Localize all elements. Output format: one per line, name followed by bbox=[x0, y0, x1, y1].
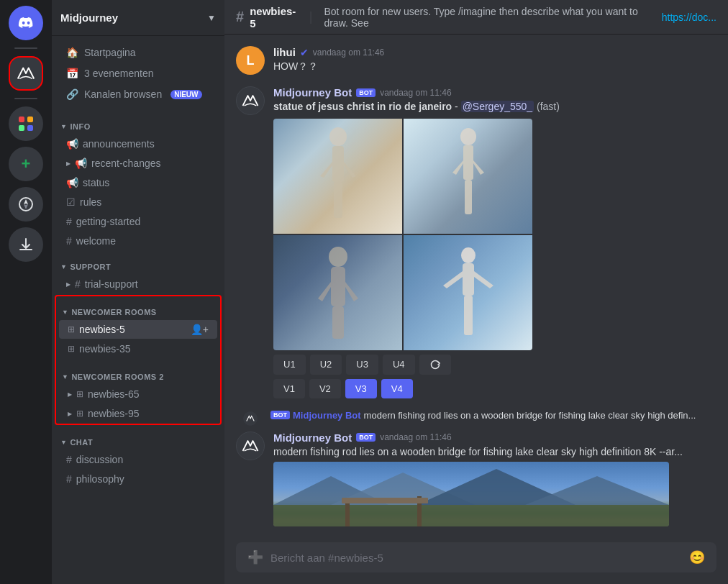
sidebar-link-startpagina[interactable]: 🏠 Startpagina bbox=[58, 42, 219, 63]
section-chat[interactable]: ▼ CHAT bbox=[52, 426, 224, 450]
separator-text: - bbox=[455, 101, 461, 112]
inline-bot-name: Midjourney Bot bbox=[293, 410, 361, 421]
chat-input[interactable] bbox=[270, 552, 682, 564]
button-u4[interactable]: U4 bbox=[383, 355, 415, 375]
button-v3[interactable]: V3 bbox=[345, 379, 377, 398]
svg-point-10 bbox=[460, 128, 476, 145]
bullet-icon: ▶ bbox=[66, 160, 70, 167]
chat-input-box: ➕ 😊 bbox=[236, 542, 716, 572]
channel-trial-support[interactable]: ▶ # trial-support bbox=[58, 275, 219, 293]
message-header-bot-statue: Midjourney Bot BOT vandaag om 11:46 bbox=[273, 86, 716, 99]
channel-rules[interactable]: ☑ rules bbox=[58, 193, 219, 211]
svg-rect-23 bbox=[273, 505, 669, 526]
svg-marker-22 bbox=[525, 476, 669, 505]
emoji-icon[interactable]: 😊 bbox=[689, 549, 705, 565]
channel-philosophy[interactable]: # philosophy bbox=[58, 470, 219, 488]
add-file-icon[interactable]: ➕ bbox=[247, 549, 263, 565]
server-icon-midjourney[interactable] bbox=[9, 56, 43, 91]
chat-header: # newbies-5 | Bot room for new users. Ty… bbox=[224, 0, 728, 35]
bold-text: statue of jesus christ in rio de janeiro bbox=[273, 101, 452, 112]
svg-point-13 bbox=[329, 247, 347, 267]
username-lihui: lihui bbox=[273, 46, 296, 58]
section-support[interactable]: ▼ SUPPORT bbox=[52, 251, 224, 274]
button-u1[interactable]: U1 bbox=[273, 355, 306, 375]
channel-newbies-95[interactable]: ▶ ⊞ newbies-95 bbox=[59, 404, 217, 423]
channel-newbies-65[interactable]: ▶ ⊞ newbies-65 bbox=[59, 385, 217, 403]
svg-rect-8 bbox=[332, 146, 344, 182]
button-u2[interactable]: U2 bbox=[310, 355, 342, 375]
server-icon-download[interactable] bbox=[9, 227, 43, 262]
server-divider-2 bbox=[14, 98, 37, 99]
server-icon-grid[interactable] bbox=[9, 106, 43, 141]
svg-rect-2 bbox=[19, 125, 24, 131]
server-icon-add[interactable]: + bbox=[9, 147, 43, 181]
chat-input-area: ➕ 😊 bbox=[224, 537, 728, 584]
server-name-header[interactable]: Midjourney ▼ bbox=[52, 0, 224, 36]
svg-rect-15 bbox=[332, 306, 344, 339]
bullet-icon-2: ▶ bbox=[66, 281, 70, 288]
section-newcomer-rooms-2[interactable]: ▼ NEWCOMER ROOMS 2 bbox=[56, 361, 220, 384]
server-bar: + bbox=[0, 0, 52, 584]
channel-sidebar: Midjourney ▼ 🏠 Startpagina 📅 3 evenement… bbox=[52, 0, 224, 584]
svg-rect-12 bbox=[465, 180, 472, 214]
svg-point-16 bbox=[461, 247, 476, 263]
hash-user-icon-3: ⊞ bbox=[76, 389, 83, 399]
channel-discussion[interactable]: # discussion bbox=[58, 450, 219, 469]
server-divider bbox=[14, 47, 37, 49]
button-v2[interactable]: V2 bbox=[309, 379, 341, 398]
svg-marker-6 bbox=[24, 204, 28, 209]
server-icon-explore[interactable] bbox=[9, 187, 43, 222]
new-badge: NIEUW bbox=[170, 90, 201, 99]
mention-text: @Sergey_550_ bbox=[461, 101, 534, 112]
calendar-icon: 📅 bbox=[66, 68, 78, 79]
statue-image-br bbox=[404, 235, 532, 350]
svg-rect-3 bbox=[27, 125, 33, 131]
statue-image-bl bbox=[273, 235, 402, 350]
button-v4[interactable]: V4 bbox=[381, 379, 413, 398]
bullet-icon-4: ▶ bbox=[68, 411, 72, 417]
section-newcomer-rooms[interactable]: ▼ NEWCOMER ROOMS bbox=[56, 296, 220, 319]
channel-welcome[interactable]: # welcome bbox=[58, 232, 219, 250]
sidebar-link-kanalen[interactable]: 🔗 Kanalen browsen NIEUW bbox=[58, 84, 219, 104]
sidebar-link-evenementen[interactable]: 📅 3 evenementen bbox=[58, 63, 219, 83]
bot-badge-inline: BOT bbox=[270, 411, 290, 419]
add-member-icon[interactable]: 👤+ bbox=[191, 324, 209, 335]
hash-icon-2: # bbox=[66, 235, 72, 247]
svg-point-7 bbox=[329, 127, 347, 146]
megaphone-icon: 📢 bbox=[66, 138, 78, 150]
chat-header-description: Bot room for new users. Type /imagine th… bbox=[324, 6, 655, 29]
channel-status[interactable]: 📢 status bbox=[58, 173, 219, 192]
svg-marker-5 bbox=[24, 199, 28, 204]
button-u3[interactable]: U3 bbox=[346, 355, 378, 375]
chat-header-channel-name: newbies-5 bbox=[250, 5, 298, 29]
server-icon-discord-home[interactable] bbox=[9, 6, 43, 40]
svg-rect-26 bbox=[342, 498, 428, 503]
action-buttons-row1: U1 U2 U3 U4 bbox=[273, 355, 716, 375]
username-midjourney-bot-2: Midjourney Bot bbox=[273, 432, 352, 444]
boat-icon-2 bbox=[240, 436, 260, 456]
svg-rect-9 bbox=[334, 182, 342, 218]
button-refresh[interactable] bbox=[419, 355, 451, 375]
bot-badge-2: BOT bbox=[356, 433, 376, 442]
bullet-icon-3: ▶ bbox=[68, 391, 72, 398]
chat-header-link[interactable]: https://doc... bbox=[662, 12, 716, 23]
button-v1[interactable]: V1 bbox=[273, 379, 305, 398]
message-row-lihui: L lihui ✔ vandaag om 11:46 HOW？？ bbox=[236, 46, 716, 75]
messages-area: L lihui ✔ vandaag om 11:46 HOW？？ bbox=[224, 35, 728, 537]
channel-getting-started[interactable]: # getting-started bbox=[58, 212, 219, 231]
server-name: Midjourney bbox=[60, 12, 118, 24]
timestamp-lihui: vandaag om 11:46 bbox=[313, 47, 384, 58]
channel-newbies-35[interactable]: ⊞ newbies-35 bbox=[59, 339, 217, 358]
top-links: 🏠 Startpagina 📅 3 evenementen 🔗 Kanalen … bbox=[52, 36, 224, 111]
timestamp-bot-fishing: vandaag om 11:46 bbox=[380, 432, 451, 442]
chevron-icon-3: ▼ bbox=[62, 309, 68, 316]
channel-announcements[interactable]: 📢 announcements bbox=[58, 134, 219, 153]
channel-recent-changes[interactable]: ▶ 📢 recent-changes bbox=[58, 154, 219, 173]
channel-newbies-5[interactable]: ⊞ newbies-5 👤+ bbox=[59, 320, 217, 339]
section-info[interactable]: ▼ INFO bbox=[52, 111, 224, 134]
image-grid-statues bbox=[273, 119, 532, 350]
svg-rect-0 bbox=[19, 117, 24, 122]
hash-user-icon: ⊞ bbox=[68, 324, 75, 334]
avatar-lihui: L bbox=[236, 46, 265, 75]
verified-badge: ✔ bbox=[300, 47, 309, 58]
